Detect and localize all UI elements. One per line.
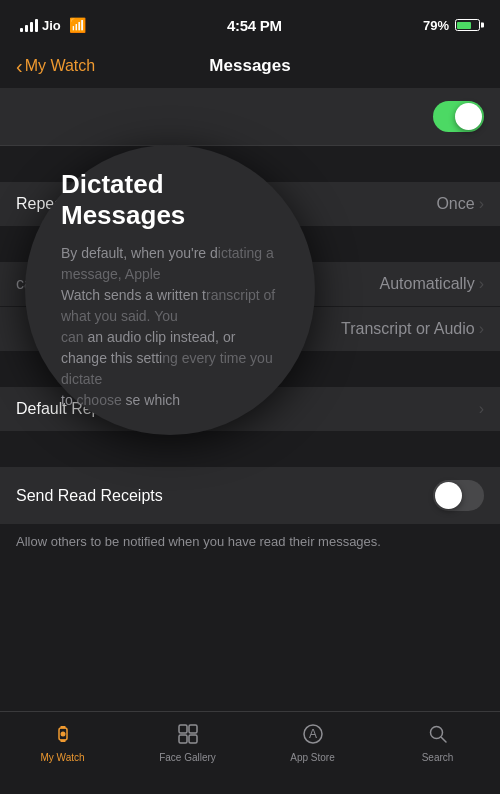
app-store-icon: A bbox=[299, 720, 327, 748]
svg-rect-1 bbox=[60, 726, 65, 729]
status-time: 4:54 PM bbox=[227, 17, 282, 34]
separator-3 bbox=[0, 352, 500, 387]
svg-point-3 bbox=[60, 732, 65, 737]
status-left: Jio 📶 bbox=[20, 17, 86, 33]
separator-2 bbox=[0, 227, 500, 262]
audio-item[interactable]: Transcript or Audio › bbox=[0, 307, 500, 351]
svg-rect-7 bbox=[189, 735, 197, 743]
default-replies-value: › bbox=[479, 400, 484, 418]
my-watch-icon bbox=[49, 720, 77, 748]
top-section bbox=[0, 88, 500, 146]
tab-search-label: Search bbox=[422, 752, 454, 763]
tab-search[interactable]: Search bbox=[375, 720, 500, 763]
chevron-right-icon-4: › bbox=[479, 400, 484, 418]
face-gallery-icon bbox=[174, 720, 202, 748]
notification-grouping-label: cation Gr... bbox=[16, 275, 93, 293]
separator-4 bbox=[0, 432, 500, 467]
top-item-replies bbox=[0, 88, 500, 146]
notification-grouping-section: cation Gr... Automatically › bbox=[0, 262, 500, 306]
tab-app-store-label: App Store bbox=[290, 752, 334, 763]
notification-grouping-value: Automatically › bbox=[380, 275, 484, 293]
svg-point-10 bbox=[430, 727, 442, 739]
page-title: Messages bbox=[209, 56, 290, 76]
back-label: My Watch bbox=[25, 57, 96, 75]
tab-bar: My Watch Face Gallery A App Store bbox=[0, 711, 500, 794]
default-replies-section: Default Replies › bbox=[0, 387, 500, 431]
signal-bars bbox=[20, 19, 38, 32]
send-read-receipts-toggle[interactable] bbox=[433, 480, 484, 511]
svg-rect-6 bbox=[179, 735, 187, 743]
svg-rect-4 bbox=[179, 725, 187, 733]
tab-face-gallery[interactable]: Face Gallery bbox=[125, 720, 250, 763]
back-button[interactable]: ‹ My Watch bbox=[16, 57, 95, 76]
chevron-right-icon-2: › bbox=[479, 275, 484, 293]
tab-face-gallery-label: Face Gallery bbox=[159, 752, 216, 763]
tab-my-watch-label: My Watch bbox=[40, 752, 84, 763]
repeat-alerts-label: Repeat Alerts bbox=[16, 195, 112, 213]
separator-1 bbox=[0, 147, 500, 182]
battery-fill bbox=[457, 22, 471, 29]
audio-value: Transcript or Audio › bbox=[341, 320, 484, 338]
default-replies-label: Default Replies bbox=[16, 400, 125, 418]
notification-grouping-item[interactable]: cation Gr... Automatically › bbox=[0, 262, 500, 306]
default-replies-item[interactable]: Default Replies › bbox=[0, 387, 500, 431]
back-chevron-icon: ‹ bbox=[16, 56, 23, 76]
chevron-right-icon-3: › bbox=[479, 320, 484, 338]
battery-icon bbox=[455, 19, 480, 31]
svg-text:A: A bbox=[308, 727, 316, 741]
read-receipts-description: Allow others to be notified when you hav… bbox=[0, 525, 500, 563]
svg-rect-2 bbox=[60, 740, 65, 743]
search-icon bbox=[424, 720, 452, 748]
status-right: 79% bbox=[423, 18, 480, 33]
send-read-receipts-label: Send Read Receipts bbox=[16, 487, 163, 505]
content-area: Repeat Alerts Once › cation Gr... Automa… bbox=[0, 88, 500, 563]
tab-my-watch[interactable]: My Watch bbox=[0, 720, 125, 763]
chevron-right-icon: › bbox=[479, 195, 484, 213]
wifi-icon: 📶 bbox=[69, 17, 86, 33]
repeat-alerts-section: Repeat Alerts Once › bbox=[0, 182, 500, 226]
replies-toggle[interactable] bbox=[433, 101, 484, 132]
battery-percent: 79% bbox=[423, 18, 449, 33]
status-bar: Jio 📶 4:54 PM 79% bbox=[0, 0, 500, 44]
send-read-receipts-section: Send Read Receipts bbox=[0, 467, 500, 524]
toggle-knob bbox=[455, 103, 482, 130]
nav-bar: ‹ My Watch Messages bbox=[0, 44, 500, 88]
send-read-receipts-item: Send Read Receipts bbox=[0, 467, 500, 524]
svg-rect-5 bbox=[189, 725, 197, 733]
carrier-label: Jio bbox=[42, 18, 61, 33]
audio-section: Transcript or Audio › bbox=[0, 307, 500, 351]
repeat-alerts-item[interactable]: Repeat Alerts Once › bbox=[0, 182, 500, 226]
repeat-alerts-value: Once › bbox=[436, 195, 484, 213]
svg-line-11 bbox=[441, 738, 446, 743]
tab-app-store[interactable]: A App Store bbox=[250, 720, 375, 763]
toggle-knob-2 bbox=[435, 482, 462, 509]
